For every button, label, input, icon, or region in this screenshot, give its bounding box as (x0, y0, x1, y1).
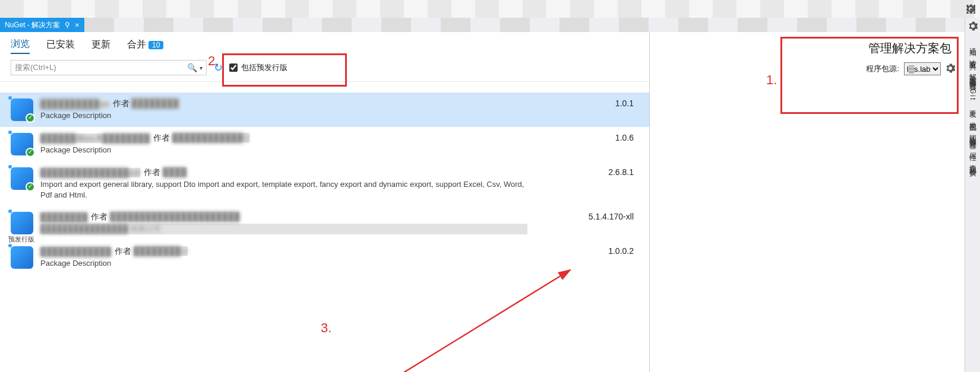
package-version: 1.0.1 (615, 98, 634, 108)
nuget-tabs: 浏览 已安装 更新 合并10 (0, 32, 649, 56)
side-panel-tab[interactable]: 通知 (968, 40, 978, 47)
tab-title: NuGet - 解决方案 (5, 20, 60, 30)
package-row[interactable]: ██████████us 作者 ████████Package Descript… (0, 93, 649, 127)
tab-browse[interactable]: 浏览 (11, 38, 30, 54)
tab-updates[interactable]: 更新 (91, 39, 110, 53)
package-list: ██████████us 作者 ████████Package Descript… (0, 82, 649, 372)
package-description: Package Description (40, 110, 527, 121)
package-author-label: 作者 ████ (144, 167, 186, 178)
package-icon (11, 246, 33, 269)
refresh-button[interactable]: ↻ (211, 61, 225, 74)
prerelease-checkbox-input[interactable] (229, 63, 238, 72)
include-prerelease-checkbox[interactable]: 包括预发行版 (229, 62, 287, 73)
document-tab-well: NuGet - 解决方案 ⚲ × (0, 18, 965, 32)
package-row[interactable]: ███████████████cel 作者 ████Import and exp… (0, 161, 649, 206)
gear-icon[interactable] (968, 21, 978, 33)
package-icon (11, 98, 33, 121)
package-icon (11, 133, 33, 155)
close-icon[interactable]: × (75, 21, 79, 29)
package-version: 5.1.4.170-xll (589, 212, 634, 221)
side-panel-tab[interactable]: 诊断工具 (968, 52, 978, 61)
other-tabs-blurred (84, 18, 965, 32)
package-row[interactable]: ██████tBus.R████████ 作者 ████████████QPac… (0, 127, 649, 161)
package-description: Package Description (40, 145, 527, 155)
search-placeholder: 搜索(Ctrl+L) (15, 62, 56, 73)
side-panel-tab[interactable]: 类视图 (968, 114, 978, 122)
side-panel-tab[interactable]: 解决方案资源管理器 (968, 66, 978, 81)
tab-installed[interactable]: 已安装 (46, 39, 75, 53)
search-icon[interactable]: 🔍 (187, 63, 197, 72)
package-author-label: 作者 ██████████████████████ (91, 212, 239, 222)
right-sidebar-tabs: 通知诊断工具解决方案资源管理器Git 更改类视图团队资源管理器属性查找和替换 (965, 18, 980, 372)
search-dropdown-icon[interactable]: ▾ (200, 65, 203, 71)
side-panel-tab[interactable]: 属性 (968, 145, 978, 152)
gear-icon[interactable] (966, 4, 975, 15)
ide-toolbar-blurred (0, 0, 980, 18)
package-icon (11, 212, 33, 234)
package-description: Import and export general library, suppo… (40, 179, 527, 200)
package-source-select[interactable]: l▒s.lab (904, 62, 941, 75)
consolidate-count-badge: 10 (148, 41, 163, 49)
package-icon (11, 167, 33, 190)
package-row[interactable]: ████████████ 作者 ████████utPackage Descri… (0, 240, 649, 275)
package-row[interactable]: ████████ 作者 ████████████████████████████… (0, 206, 649, 240)
package-name: ███████████████cel (40, 168, 140, 177)
package-author-label: 作者 ████████ (113, 98, 179, 109)
nuget-tab[interactable]: NuGet - 解决方案 ⚲ × (0, 18, 84, 32)
package-description: Package Description (40, 258, 527, 269)
pin-icon[interactable]: ⚲ (65, 21, 70, 29)
package-version: 1.0.0.2 (608, 246, 634, 256)
package-name: ██████████us (40, 99, 109, 109)
settings-gear-icon[interactable] (946, 63, 955, 75)
package-name: ██████tBus.R████████ (40, 133, 150, 143)
package-version: 2.6.8.1 (608, 167, 634, 177)
tab-consolidate[interactable]: 合并10 (127, 39, 163, 53)
page-title: 管理解决方案包 (650, 32, 965, 60)
side-panel-tab[interactable]: 团队资源管理器 (968, 127, 978, 140)
package-name: ████████████ (40, 247, 111, 256)
package-name: ████████ (40, 212, 87, 222)
side-panel-tab[interactable]: Git 更改 (968, 86, 978, 109)
package-author-label: 作者 ████████████Q (153, 133, 249, 144)
package-description: ████████████████ 有限公司 (40, 224, 527, 234)
source-label: 程序包源: (866, 63, 899, 74)
package-author-label: 作者 ████████ut (115, 246, 188, 257)
package-version: 1.0.6 (615, 133, 634, 142)
side-panel-tab[interactable]: 查找和替换 (968, 157, 978, 167)
search-input[interactable]: 搜索(Ctrl+L) 🔍 ▾ (11, 60, 207, 75)
